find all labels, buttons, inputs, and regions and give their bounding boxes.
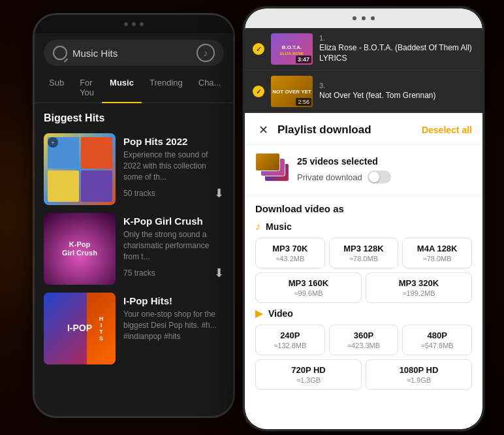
tab-cha[interactable]: Cha... [191, 72, 229, 103]
format-1080p-hd[interactable]: 1080P HD ≈1.9GB [366, 359, 472, 390]
ipop-label: I-POP [67, 323, 92, 333]
music-note-icon[interactable]: ♪ [197, 44, 215, 62]
download-icon-pop[interactable]: ⬇ [214, 186, 224, 201]
tab-trending[interactable]: Trending [142, 72, 191, 103]
video-category: ▶ Video [255, 307, 472, 319]
format-name-720p: 720P HD [291, 365, 326, 375]
song-title-1: Eliza Rose - B.O.T.A. (Baddest Of Them A… [319, 43, 475, 63]
format-size-1080p: ≈1.9GB [407, 376, 431, 384]
playlist-info-kpop: K-Pop Girl Crush Only the strong sound a… [123, 213, 224, 280]
song-item-1[interactable]: ✓ B.O.T.A. ELIZA ROSE 3:47 1. Eliza Rose… [245, 28, 482, 71]
format-720p-hd[interactable]: 720P HD ≈1.3GB [255, 359, 362, 390]
track-count-pop: 50 tracks [123, 189, 155, 198]
format-480p[interactable]: 480P ≈547.8MB [402, 325, 472, 355]
nav-tabs: Sub For You Music Trending Cha... [35, 72, 233, 103]
format-name-1080p: 1080P HD [400, 365, 439, 375]
format-name-mp3-128k: MP3 128K [343, 244, 383, 253]
dialog-header: ✕ Playlist download Deselect all [245, 113, 482, 145]
tab-sub[interactable]: Sub [41, 72, 72, 103]
status-dot-2 [132, 22, 136, 26]
format-size-240p: ≈132.8MB [274, 342, 306, 349]
playlist-item-ipop[interactable]: + H I T S I-POP [35, 289, 233, 368]
format-size-mp3-70k: ≈43.2MB [276, 255, 304, 263]
tab-for-you[interactable]: For You [72, 72, 102, 103]
music-note-icon-dialog: ♪ [255, 221, 260, 233]
format-name-mp3-320k: MP3 320K [399, 278, 439, 288]
format-size-360p: ≈423.3MB [347, 342, 380, 349]
info-icon: + [48, 137, 58, 148]
format-mp3-70k[interactable]: MP3 70K ≈43.2MB [255, 238, 325, 268]
status-bar-bg [35, 15, 233, 33]
format-name-m4a-128k: M4A 128K [417, 244, 458, 253]
music-category-label: Music [266, 221, 292, 232]
track-count-kpop: 75 tracks [123, 268, 155, 278]
private-row: Private download [297, 170, 391, 184]
playlist-desc-ipop: Your one-stop shop for the biggest Desi … [123, 309, 224, 342]
selected-text: 25 videos selected Private download [297, 156, 391, 184]
download-icon-kpop[interactable]: ⬇ [214, 266, 224, 280]
download-as-section: Download video as ♪ Music MP3 70K ≈43.2M… [245, 195, 482, 398]
private-label: Private download [297, 172, 362, 182]
video-category-label: Video [268, 308, 293, 319]
format-size-mp3-160k: ≈99.6MB [294, 289, 323, 297]
song-num-2: 3. [319, 82, 475, 89]
playlist-info-pop: Pop Hits 2022 Experience the sound of 20… [123, 133, 224, 201]
search-bar[interactable]: Music Hits ♪ [44, 40, 224, 66]
song-thumb-1: B.O.T.A. ELIZA ROSE 3:47 [271, 33, 313, 65]
songs-list: ✓ B.O.T.A. ELIZA ROSE 3:47 1. Eliza Rose… [245, 28, 482, 113]
video-format-grid-2: 720P HD ≈1.3GB 1080P HD ≈1.9GB [255, 359, 472, 390]
playlist-name-ipop: I-Pop Hits! [123, 295, 224, 306]
status-dot-3 [140, 22, 144, 26]
music-format-grid-2: MP3 160K ≈99.6MB MP3 320K ≈199.2MB [255, 272, 472, 303]
playlist-thumb-pop: + [44, 133, 116, 205]
format-240p[interactable]: 240P ≈132.8MB [255, 325, 325, 355]
music-category: ♪ Music [255, 221, 472, 233]
song-duration-2: 2:56 [296, 98, 311, 106]
format-size-mp3-320k: ≈199.2MB [402, 289, 435, 297]
playlist-name-pop: Pop Hits 2022 [123, 136, 224, 147]
playlist-meta-pop: 50 tracks ⬇ [123, 186, 224, 201]
format-name-mp3-160k: MP3 160K [289, 278, 328, 288]
format-size-720p: ≈1.3GB [296, 376, 321, 384]
close-button[interactable]: ✕ [255, 122, 271, 138]
search-input-value[interactable]: Music Hits [72, 48, 191, 59]
format-name-mp3-70k: MP3 70K [272, 244, 307, 253]
playlist-item-kpop[interactable]: + K-PopGirl Crush K-Pop Girl Crush Only … [35, 209, 233, 289]
format-mp3-320k[interactable]: MP3 320K ≈199.2MB [366, 272, 472, 303]
selected-count: 25 videos selected [297, 156, 391, 167]
music-format-grid: MP3 70K ≈43.2MB MP3 128K ≈78.0MB M4A 128… [255, 238, 472, 268]
deselect-all-button[interactable]: Deselect all [422, 125, 472, 135]
kpop-label: K-PopGirl Crush [62, 240, 97, 257]
format-size-m4a-128k: ≈78.0MB [423, 255, 452, 263]
format-mp3-128k[interactable]: MP3 128K ≈78.0MB [329, 238, 399, 268]
format-name-360p: 360P [354, 330, 373, 340]
format-m4a-128k[interactable]: M4A 128K ≈78.0MB [402, 238, 472, 268]
format-size-mp3-128k: ≈78.0MB [349, 255, 378, 263]
song-info-1: 1. Eliza Rose - B.O.T.A. (Baddest Of The… [319, 34, 475, 63]
dialog-content: ✕ Playlist download Deselect all 25 vide… [245, 113, 482, 429]
selected-thumbs [255, 153, 289, 187]
song-num-1: 1. [319, 34, 475, 42]
phone-background: Music Hits ♪ Sub For You Music Trending … [33, 13, 235, 418]
status-dot-fg-3 [371, 16, 375, 20]
format-name-480p: 480P [427, 330, 447, 340]
playlist-meta-kpop: 75 tracks ⬇ [123, 266, 224, 280]
playlist-item-pop[interactable]: + Pop Hits 2022 Experience t [35, 129, 233, 209]
song-info-2: 3. Not Over Yet (feat. Tom Grennan) [319, 82, 475, 101]
playlist-info-ipop: I-Pop Hits! Your one-stop shop for the b… [123, 293, 224, 346]
format-mp3-160k[interactable]: MP3 160K ≈99.6MB [255, 272, 362, 303]
song-checkbox-1[interactable]: ✓ [253, 43, 264, 55]
status-dot-fg-2 [362, 16, 366, 20]
song-item-2[interactable]: ✓ NOT OVER YET 2:56 3. Not Over Yet (fea… [245, 71, 482, 113]
tab-music[interactable]: Music [102, 72, 142, 103]
private-toggle[interactable] [368, 170, 391, 184]
status-bar-fg [245, 8, 482, 28]
song-checkbox-2[interactable]: ✓ [253, 86, 264, 97]
playlist-thumb-ipop: + H I T S I-POP [44, 293, 116, 364]
scene: Music Hits ♪ Sub For You Music Trending … [0, 0, 504, 435]
song-duration-1: 3:47 [296, 56, 311, 63]
playlist-desc-pop: Experience the sound of 2022 with this c… [123, 150, 224, 182]
phone-foreground: ✓ B.O.T.A. ELIZA ROSE 3:47 1. Eliza Rose… [243, 7, 484, 431]
song-title-2: Not Over Yet (feat. Tom Grennan) [319, 91, 475, 101]
format-360p[interactable]: 360P ≈423.3MB [329, 325, 399, 355]
